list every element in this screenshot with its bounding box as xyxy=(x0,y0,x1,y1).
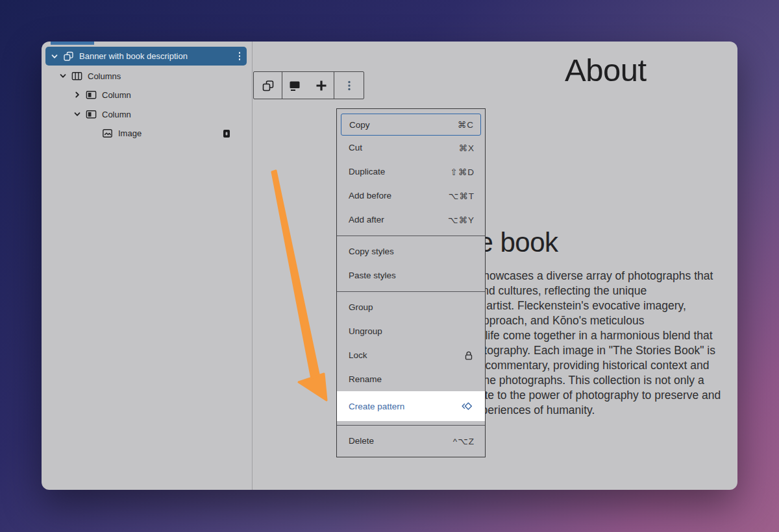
columns-icon xyxy=(70,69,83,82)
toolbar-cell-block xyxy=(254,72,282,99)
menu-item-shortcut: ⌥⌘Y xyxy=(448,215,475,225)
toolbar-cell-actions xyxy=(282,72,334,99)
display-icon[interactable] xyxy=(282,72,307,99)
menu-item-paste-styles[interactable]: Paste styles xyxy=(337,263,485,287)
menu-item-label: Add after xyxy=(349,215,448,224)
menu-item-label: Cut xyxy=(349,143,458,152)
symbol-icon xyxy=(459,399,475,413)
menu-item-rename[interactable]: Rename xyxy=(337,367,485,391)
menu-item-cut[interactable]: Cut ⌘X xyxy=(337,136,485,160)
lock-icon xyxy=(463,350,475,361)
menu-item-group[interactable]: Group xyxy=(337,295,485,319)
menu-group-organize: Group Ungroup Lock Rename xyxy=(337,291,485,425)
pattern-icon xyxy=(62,50,75,63)
menu-item-shortcut: ⌥⌘T xyxy=(449,191,475,201)
menu-item-label: Group xyxy=(349,302,475,312)
sidebar-item-banner-pattern[interactable]: Banner with book description xyxy=(45,47,247,66)
menu-group-clipboard: Copy ⌘C Cut ⌘X Duplicate ⇧⌘D Add before … xyxy=(337,109,485,236)
menu-group-styles: Copy styles Paste styles xyxy=(337,236,485,291)
menu-item-add-after[interactable]: Add after ⌥⌘Y xyxy=(337,208,485,232)
menu-group-delete: Delete ^⌥Z xyxy=(337,425,485,457)
pattern-icon[interactable] xyxy=(256,72,280,99)
screenshot-stage: About About the book "The Stories Book" … xyxy=(0,0,779,532)
sidebar-item-label: Columns xyxy=(88,71,121,81)
sidebar-item-column-1[interactable]: Column xyxy=(42,85,131,104)
editor-window: About About the book "The Stories Book" … xyxy=(42,42,737,490)
menu-item-add-before[interactable]: Add before ⌥⌘T xyxy=(337,184,485,208)
menu-item-shortcut: ⇧⌘D xyxy=(450,167,475,177)
menu-item-label: Paste styles xyxy=(349,271,475,280)
sidebar-item-image[interactable]: Image xyxy=(42,123,142,143)
sidebar-item-column-2[interactable]: Column xyxy=(42,104,131,124)
plus-icon[interactable] xyxy=(310,72,334,99)
sidebar-item-label: Image xyxy=(118,128,142,138)
menu-item-label: Copy xyxy=(349,120,458,130)
clipped-row-strip xyxy=(51,42,94,45)
menu-item-ungroup[interactable]: Ungroup xyxy=(337,319,485,343)
menu-item-shortcut: ⌘X xyxy=(458,143,475,153)
chevron-down-icon[interactable] xyxy=(58,71,68,81)
chevron-down-icon[interactable] xyxy=(72,109,82,119)
sidebar-item-columns[interactable]: Columns xyxy=(42,66,121,86)
menu-item-label: Delete xyxy=(349,436,453,446)
chevron-right-icon[interactable] xyxy=(72,90,82,100)
menu-item-label: Lock xyxy=(349,350,463,360)
block-toolbar xyxy=(253,71,364,99)
block-options-menu: Copy ⌘C Cut ⌘X Duplicate ⇧⌘D Add before … xyxy=(336,108,486,457)
menu-item-label: Rename xyxy=(349,374,475,384)
options-icon[interactable] xyxy=(239,52,241,60)
sidebar-item-label: Column xyxy=(102,110,131,119)
column-icon xyxy=(84,88,97,101)
page-title: About xyxy=(565,52,647,88)
sidebar-item-label: Banner with book description xyxy=(79,51,188,61)
menu-item-delete[interactable]: Delete ^⌥Z xyxy=(337,429,485,453)
sidebar-canvas-divider xyxy=(252,42,253,490)
menu-item-label: Copy styles xyxy=(349,247,475,256)
menu-item-copy[interactable]: Copy ⌘C xyxy=(341,114,481,136)
menu-item-create-pattern[interactable]: Create pattern xyxy=(337,391,485,421)
menu-item-label: Create pattern xyxy=(349,402,459,411)
column-icon xyxy=(84,108,97,121)
lock-icon xyxy=(223,128,230,138)
image-icon xyxy=(101,127,114,139)
menu-item-label: Ungroup xyxy=(349,326,475,336)
options-icon[interactable] xyxy=(337,72,362,99)
menu-item-label: Add before xyxy=(349,191,449,200)
menu-item-shortcut: ⌘C xyxy=(458,119,474,130)
chevron-down-icon[interactable] xyxy=(49,51,60,62)
menu-item-shortcut: ^⌥Z xyxy=(453,436,475,446)
toolbar-cell-options xyxy=(334,72,364,99)
menu-item-duplicate[interactable]: Duplicate ⇧⌘D xyxy=(337,160,485,184)
menu-item-lock[interactable]: Lock xyxy=(337,343,485,367)
sidebar-item-label: Column xyxy=(102,90,131,100)
menu-item-label: Duplicate xyxy=(349,167,450,176)
menu-item-copy-styles[interactable]: Copy styles xyxy=(337,239,485,263)
